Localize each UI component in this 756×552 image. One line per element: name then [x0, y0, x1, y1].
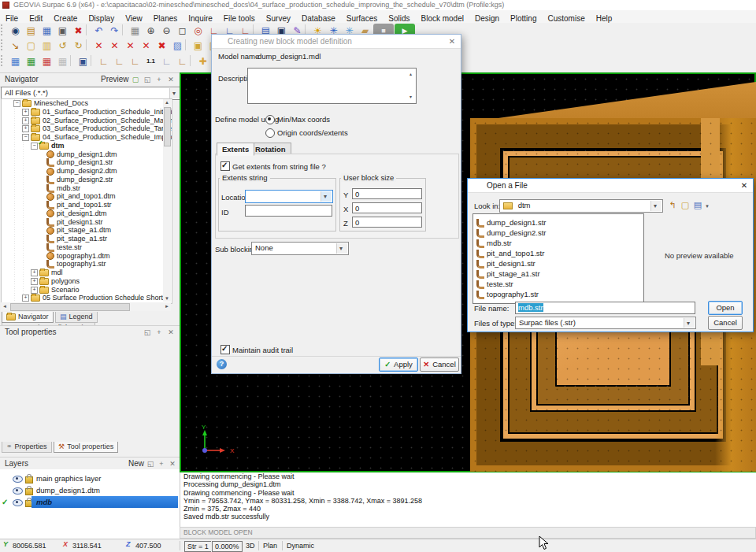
bench-tool-1-icon[interactable]: ∟: [96, 54, 111, 69]
surpac-globe-icon[interactable]: ◉: [8, 24, 23, 38]
open-button[interactable]: Open: [708, 301, 743, 315]
zoom-data-extents-icon[interactable]: ◎: [191, 24, 206, 38]
grid-3d-icon[interactable]: ▦: [24, 54, 39, 69]
plan-view-indicator[interactable]: Plan: [263, 542, 277, 550]
origin-coords-label[interactable]: Origin coords/extents: [277, 128, 348, 137]
message-log[interactable]: Drawing commencing - Please waitProcessi…: [180, 472, 756, 527]
expand-icon[interactable]: +: [22, 117, 29, 124]
new-folder-icon[interactable]: ▢: [680, 200, 690, 209]
tree-item[interactable]: +03_Surface_Production_Schedule_Targeti: [2, 124, 172, 133]
preview-icon[interactable]: ▢: [131, 75, 140, 84]
tab-navigator[interactable]: Navigator: [2, 312, 54, 323]
close-icon[interactable]: ✕: [447, 36, 458, 46]
tab-extents[interactable]: Extents: [217, 143, 254, 156]
chevron-down-icon[interactable]: [169, 88, 180, 98]
tree-horizontal-scrollbar[interactable]: ◄ ►: [1, 302, 171, 311]
tree-item[interactable]: +01_Surface_Production_Schedule_Initiali…: [2, 108, 172, 117]
dialog-title-bar[interactable]: Creating new block model definition ✕: [212, 35, 461, 49]
tree-item[interactable]: +mdl: [2, 269, 172, 277]
snap-mode-1-icon[interactable]: ✚: [195, 54, 210, 69]
grid-solid-icon[interactable]: ▦: [39, 54, 54, 69]
zoom-out-icon[interactable]: ⊖: [159, 24, 174, 38]
layer-row[interactable]: dump_design1.dtm: [0, 484, 180, 496]
file-list-item[interactable]: dump_design2.str: [473, 228, 643, 238]
scrollbar-thumb[interactable]: [10, 303, 130, 311]
tree-item[interactable]: pit_stage_a1.dtm: [2, 226, 172, 235]
expand-icon[interactable]: +: [31, 269, 38, 276]
edit-grid-icon[interactable]: ▦: [128, 24, 143, 38]
rotate-ccw-icon[interactable]: ↺: [55, 39, 70, 53]
save-file-icon[interactable]: ▦: [39, 24, 54, 38]
file-list-item[interactable]: mdb.str: [473, 238, 643, 248]
lock-icon[interactable]: [25, 488, 33, 495]
delete-segment-icon[interactable]: ✕: [107, 39, 122, 53]
audit-trail-label[interactable]: Maintain audit trail: [232, 346, 293, 354]
tree-item[interactable]: pit_and_topo1.str: [2, 201, 172, 209]
tree-item[interactable]: +Scenario: [2, 286, 172, 295]
expand-icon[interactable]: +: [22, 295, 29, 302]
grid-off-icon[interactable]: ▦: [55, 54, 70, 69]
preview-label[interactable]: Preview: [101, 75, 129, 83]
float-panel-icon[interactable]: ◱: [143, 328, 152, 337]
sub-blocking-combobox[interactable]: None: [251, 242, 349, 255]
mode-3d-indicator[interactable]: 3D: [246, 542, 255, 550]
file-list[interactable]: dump_design1.strdump_design2.strmdb.strp…: [472, 213, 644, 304]
copy-layer-icon[interactable]: ▨: [170, 39, 185, 53]
scroll-up-icon[interactable]: ▲: [165, 100, 169, 105]
move-point-icon[interactable]: ▢: [24, 39, 39, 53]
file-list-item[interactable]: teste.str: [473, 279, 643, 289]
id-input[interactable]: [245, 205, 332, 217]
bench-tool-5-icon[interactable]: ∟: [175, 54, 190, 69]
grade-percent-field[interactable]: 0.000%: [212, 541, 243, 552]
zoom-window-icon[interactable]: ◻: [175, 24, 190, 38]
scroll-down-icon[interactable]: ▼: [165, 296, 169, 301]
files-of-type-combobox[interactable]: Surpac files (.str): [515, 317, 696, 329]
pin-panel-icon[interactable]: +: [154, 75, 164, 84]
tree-item[interactable]: dump_design1.dtm: [2, 150, 172, 159]
tree-item[interactable]: +02_Surface_Production_Schedule_Materia: [2, 117, 172, 125]
lock-icon[interactable]: [25, 476, 33, 483]
tree-item[interactable]: teste.str: [2, 243, 172, 252]
delete-point-icon[interactable]: ✕: [91, 39, 106, 53]
minmax-coords-radio[interactable]: [265, 115, 275, 124]
layer-row[interactable]: ✓mdb: [0, 496, 180, 508]
expand-icon[interactable]: +: [31, 278, 38, 285]
help-icon[interactable]: ?: [217, 359, 227, 369]
visibility-eye-icon[interactable]: [13, 487, 23, 495]
snap-point-icon[interactable]: ↘: [8, 39, 23, 53]
tree-item[interactable]: pit_design1.str: [2, 218, 172, 227]
delete-layer-icon[interactable]: ✖: [154, 39, 169, 53]
chevron-down-icon[interactable]: ▾: [702, 202, 712, 211]
expand-icon[interactable]: +: [22, 109, 29, 116]
block-x-input[interactable]: 0: [352, 202, 422, 213]
expand-icon[interactable]: +: [22, 125, 29, 132]
tree-item[interactable]: pit_design1.dtm: [2, 209, 172, 218]
dynamic-indicator[interactable]: Dynamic: [287, 542, 314, 550]
new-layer-button[interactable]: New: [128, 459, 144, 468]
file-list-item[interactable]: pit_stage_a1.str: [473, 269, 643, 279]
block-y-input[interactable]: 0: [352, 188, 422, 199]
look-in-combobox[interactable]: dtm: [499, 199, 663, 213]
scrollbar-thumb[interactable]: [164, 107, 171, 146]
location-combobox[interactable]: [245, 190, 333, 203]
tree-item[interactable]: dump_design2.dtm: [2, 167, 172, 176]
tree-item[interactable]: mdb.str: [2, 184, 172, 193]
chevron-down-icon[interactable]: [336, 243, 347, 254]
dialog-title-bar[interactable]: Open a File ✕: [468, 179, 753, 193]
origin-coords-radio[interactable]: [265, 128, 275, 138]
scroll-right-icon[interactable]: ►: [165, 304, 169, 309]
apply-button[interactable]: Apply: [379, 358, 418, 372]
cancel-button[interactable]: Cancel: [420, 358, 459, 372]
cancel-button[interactable]: Cancel: [708, 316, 743, 330]
layer-row[interactable]: main graphics layer: [0, 472, 180, 484]
chevron-down-icon[interactable]: [684, 318, 695, 328]
string-number-field[interactable]: Str = 1: [184, 541, 211, 552]
get-extents-label[interactable]: Get extents from string file ?: [232, 162, 326, 171]
tree-item[interactable]: dump_design2.str: [2, 176, 172, 184]
tree-item[interactable]: +05 Surface Production Schedule Short: [2, 294, 172, 302]
file-list-item[interactable]: topography1.str: [473, 289, 643, 299]
print-icon[interactable]: ▣: [55, 24, 70, 38]
tree-item[interactable]: pit_stage_a1.str: [2, 235, 172, 243]
get-extents-checkbox[interactable]: [220, 161, 230, 171]
file-name-input[interactable]: mdb.str: [515, 302, 695, 314]
